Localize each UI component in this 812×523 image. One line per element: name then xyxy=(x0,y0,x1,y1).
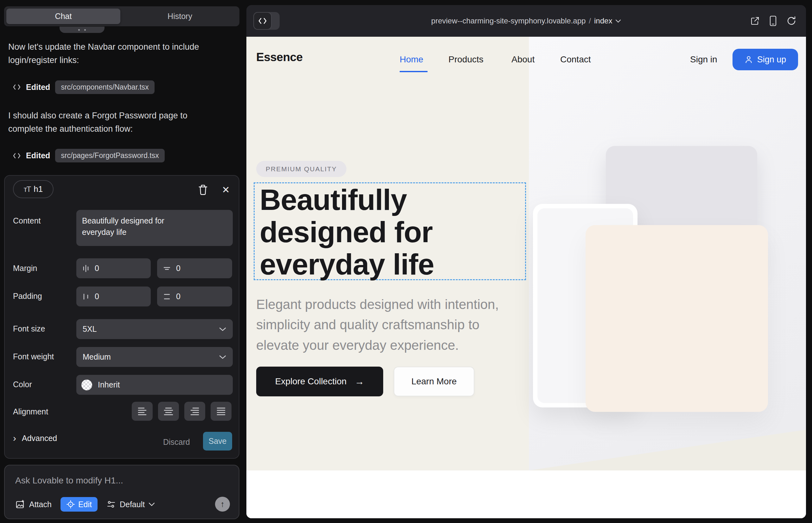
selected-element-outline[interactable]: Beautifully designed for everyday life xyxy=(254,182,526,280)
padding-label: Padding xyxy=(13,292,42,301)
edited-file-row[interactable]: Edited src/components/Navbar.tsx xyxy=(13,80,230,94)
external-link-icon xyxy=(750,16,760,26)
margin-y-input[interactable]: 0 xyxy=(157,258,232,278)
edit-label: Edit xyxy=(78,500,92,509)
edited-file-row[interactable]: Edited src/pages/ForgotPassword.tsx xyxy=(13,149,230,162)
next-section-background xyxy=(246,470,806,518)
padding-x-value: 0 xyxy=(95,292,99,301)
type-icon: тT xyxy=(24,185,31,194)
tab-history[interactable]: History xyxy=(120,6,240,26)
margin-vertical-icon xyxy=(163,265,171,272)
hero-paragraph: Elegant products designed with intention… xyxy=(256,294,513,356)
edited-file-chip[interactable]: src/components/Navbar.tsx xyxy=(55,80,154,94)
font-weight-label: Font weight xyxy=(13,352,54,361)
chat-history-tabs: Chat History xyxy=(4,6,240,26)
margin-x-value: 0 xyxy=(95,264,99,273)
align-left-icon xyxy=(137,407,147,416)
discard-button[interactable]: Discard xyxy=(163,433,190,451)
preview-pane: preview--charming-site-symphony.lovable.… xyxy=(246,5,806,518)
margin-y-value: 0 xyxy=(176,264,180,273)
padding-vertical-icon xyxy=(163,293,171,301)
smartphone-icon xyxy=(769,16,777,26)
mobile-view-button[interactable] xyxy=(769,16,777,26)
advanced-toggle[interactable]: › Advanced xyxy=(13,433,57,444)
decor-card-cream xyxy=(586,225,768,412)
nav-link-products[interactable]: Products xyxy=(448,54,483,65)
font-weight-select[interactable]: Medium xyxy=(76,347,233,367)
chevron-down-icon xyxy=(615,19,621,23)
align-right-icon xyxy=(189,407,200,416)
nav-link-about[interactable]: About xyxy=(511,54,534,65)
prompt-input-box[interactable]: Ask Lovable to modify H1... Attach Edit … xyxy=(4,465,240,519)
save-button[interactable]: Save xyxy=(203,432,232,451)
sign-in-link[interactable]: Sign in xyxy=(690,54,717,65)
color-swatch-transparent xyxy=(82,380,92,390)
active-nav-underline xyxy=(400,71,427,72)
nav-link-home[interactable]: Home xyxy=(400,54,423,65)
edited-label: Edited xyxy=(26,83,50,92)
font-size-value: 5XL xyxy=(83,325,96,334)
margin-label: Margin xyxy=(13,264,37,273)
arrow-up-icon: ↑ xyxy=(220,499,225,509)
padding-horizontal-icon xyxy=(82,292,90,301)
content-input[interactable]: Beautifully designed for everyday life xyxy=(76,210,233,246)
refresh-icon xyxy=(786,16,796,26)
site-logo[interactable]: Essence xyxy=(256,51,303,64)
edited-file-chip[interactable]: src/pages/ForgotPassword.tsx xyxy=(55,149,164,162)
scrolled-chip-partial xyxy=(59,26,105,33)
attach-label: Attach xyxy=(29,500,52,509)
padding-y-input[interactable]: 0 xyxy=(157,287,232,306)
prompt-placeholder: Ask Lovable to modify H1... xyxy=(15,475,123,486)
url-separator: / xyxy=(589,16,591,25)
open-external-button[interactable] xyxy=(750,16,760,26)
premium-quality-badge: PREMIUM QUALITY xyxy=(256,161,347,177)
attach-button[interactable]: Attach xyxy=(15,499,52,509)
chevron-down-icon xyxy=(148,502,155,506)
learn-more-button[interactable]: Learn More xyxy=(394,366,474,396)
explore-collection-label: Explore Collection xyxy=(275,376,347,386)
advanced-label: Advanced xyxy=(22,434,57,443)
close-icon: ✕ xyxy=(222,184,230,195)
font-size-label: Font size xyxy=(13,324,45,333)
tab-chat[interactable]: Chat xyxy=(6,8,120,24)
attach-image-icon xyxy=(15,499,25,509)
chevron-right-icon: › xyxy=(13,433,16,444)
alignment-label: Alignment xyxy=(13,407,48,416)
arrow-right-icon: → xyxy=(355,376,364,387)
url-domain: preview--charming-site-symphony.lovable.… xyxy=(431,16,586,25)
default-label: Default xyxy=(120,500,145,509)
code-icon xyxy=(13,84,21,91)
chat-message: Now let's update the Navbar component to… xyxy=(8,40,205,67)
align-justify-button[interactable] xyxy=(211,402,231,421)
hero-heading[interactable]: Beautifully designed for everyday life xyxy=(260,184,504,281)
align-justify-icon xyxy=(216,407,226,416)
sign-up-button[interactable]: Sign up xyxy=(732,49,798,70)
font-size-select[interactable]: 5XL xyxy=(76,319,233,339)
margin-horizontal-icon xyxy=(82,264,90,273)
element-tag-label: h1 xyxy=(34,184,43,194)
user-icon xyxy=(744,55,753,64)
close-editor-button[interactable]: ✕ xyxy=(219,183,233,197)
refresh-button[interactable] xyxy=(786,16,796,26)
padding-x-input[interactable]: 0 xyxy=(76,287,151,306)
explore-collection-button[interactable]: Explore Collection → xyxy=(256,366,383,396)
nav-link-contact[interactable]: Contact xyxy=(560,54,591,65)
sign-up-label: Sign up xyxy=(757,55,786,65)
padding-y-value: 0 xyxy=(176,292,180,301)
align-right-button[interactable] xyxy=(184,402,205,421)
url-bar[interactable]: preview--charming-site-symphony.lovable.… xyxy=(246,5,806,37)
code-icon xyxy=(13,152,21,159)
align-center-icon xyxy=(163,407,174,416)
color-select[interactable]: Inherit xyxy=(76,375,233,395)
delete-element-button[interactable] xyxy=(196,183,210,197)
send-button[interactable]: ↑ xyxy=(215,497,230,511)
font-weight-value: Medium xyxy=(83,353,111,362)
align-left-button[interactable] xyxy=(132,402,153,421)
edit-mode-button[interactable]: Edit xyxy=(60,497,98,511)
chat-message-list: Now let's update the Navbar component to… xyxy=(8,40,230,178)
align-center-button[interactable] xyxy=(158,402,179,421)
margin-x-input[interactable]: 0 xyxy=(76,258,151,278)
selected-element-pill: тT h1 xyxy=(13,180,54,198)
url-path[interactable]: index xyxy=(594,16,612,25)
default-mode-button[interactable]: Default xyxy=(106,500,155,509)
